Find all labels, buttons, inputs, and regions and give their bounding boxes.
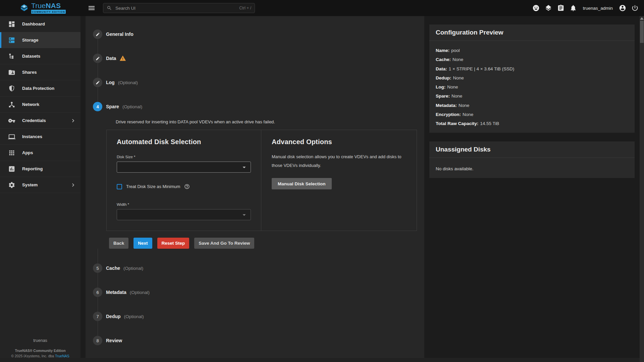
step-number-circle[interactable]: 7: [93, 312, 102, 321]
edition-label: TrueNAS® Community Edition: [0, 349, 80, 353]
step-cache: 5 Cache (Optional): [86, 263, 424, 273]
advanced-options-section: Advanced Options Manual disk selection a…: [261, 130, 417, 231]
sidebar-item-label: Network: [22, 102, 39, 107]
step-dedup: 7 Dedup (Optional): [86, 312, 424, 321]
unassigned-disks-title: Unassigned Disks: [429, 141, 635, 158]
sidebar-item-shares[interactable]: Shares: [0, 64, 80, 80]
width-select[interactable]: [117, 209, 251, 220]
bar-chart-icon: [8, 165, 15, 173]
sidebar-item-label: Storage: [22, 38, 38, 43]
global-search: Ctrl + /: [103, 3, 255, 13]
warning-triangle-icon: [119, 55, 126, 62]
chevron-right-icon: [70, 182, 76, 188]
help-icon[interactable]: [184, 184, 190, 189]
preview-row: Metadata:None: [436, 101, 628, 110]
truenas-cube-icon: [19, 3, 29, 13]
sidebar-item-label: System: [22, 182, 38, 187]
logo-text: TrueNAS: [31, 2, 66, 9]
step-edit-circle[interactable]: [93, 54, 102, 63]
vertical-scrollbar[interactable]: [640, 16, 644, 362]
step-number-circle[interactable]: 4: [93, 102, 102, 111]
jobs-clipboard-icon[interactable]: [557, 4, 565, 12]
sidebar-item-apps[interactable]: Apps: [0, 145, 80, 161]
step-review: 8 Review: [86, 336, 424, 345]
step-label: General Info: [106, 32, 133, 37]
manual-disk-selection-button[interactable]: Manual Disk Selection: [272, 178, 332, 189]
power-icon[interactable]: [631, 4, 639, 12]
step-number-circle[interactable]: 8: [93, 336, 102, 345]
sidebar-nav: Dashboard Storage Datasets Shares Data P…: [0, 16, 80, 362]
network-hub-icon: [8, 101, 15, 108]
unassigned-disks-body: No disks available.: [429, 158, 635, 176]
sidebar-item-dashboard[interactable]: Dashboard: [0, 16, 80, 32]
sidebar-item-label: Dashboard: [22, 21, 45, 26]
step-optional-label: (Optional): [118, 80, 138, 85]
step-edit-circle[interactable]: [93, 78, 102, 87]
account-circle-icon[interactable]: [619, 4, 626, 12]
step-number-circle[interactable]: 5: [93, 263, 102, 273]
sidebar-item-label: Data Protection: [22, 86, 54, 91]
disk-size-select[interactable]: [117, 162, 251, 173]
sidebar-item-reporting[interactable]: Reporting: [0, 161, 80, 177]
scrollbar-thumb[interactable]: [640, 21, 644, 43]
truenas-logo[interactable]: TrueNAS COMMUNITY EDITION: [19, 2, 66, 14]
configuration-preview-card: Configuration Preview Name:pool Cache:No…: [429, 24, 635, 133]
sidebar-item-network[interactable]: Network: [0, 97, 80, 113]
preview-row: Encryption:None: [436, 110, 628, 119]
sidebar-item-storage[interactable]: Storage: [0, 32, 80, 48]
width-label: Width *: [117, 202, 251, 206]
sidebar-item-credentials[interactable]: Credentials: [0, 113, 80, 129]
step-general-info: General Info: [86, 29, 424, 39]
header-actions: truenas_admin: [532, 0, 639, 16]
preview-row: Data:1 × STRIPE | 4 × 3.64 TiB (SSD): [436, 64, 628, 73]
shield-icon: [8, 85, 15, 92]
chevron-down-icon: [240, 211, 248, 219]
preview-row: Dedup:None: [436, 73, 628, 82]
sidebar-item-instances[interactable]: Instances: [0, 129, 80, 145]
sidebar-item-data-protection[interactable]: Data Protection: [0, 80, 80, 97]
section-title: Automated Disk Selection: [117, 138, 251, 146]
next-button[interactable]: Next: [133, 238, 152, 249]
save-and-review-button[interactable]: Save And Go To Review: [194, 238, 254, 249]
menu-icon[interactable]: [88, 4, 96, 12]
step-optional-label: (Optional): [124, 314, 144, 319]
step-label: Review: [106, 338, 122, 343]
treat-min-checkbox[interactable]: [117, 184, 122, 189]
pencil-icon: [96, 32, 100, 37]
datasets-tree-icon: [8, 53, 15, 60]
step-actions: Back Next Reset Step Save And Go To Revi…: [109, 238, 424, 249]
chevron-down-icon: [240, 164, 248, 171]
preview-row: Total Raw Capacity:14.55 TiB: [436, 119, 628, 128]
dashboard-icon: [8, 20, 15, 28]
notifications-bell-icon[interactable]: [570, 4, 577, 12]
sidebar-item-datasets[interactable]: Datasets: [0, 48, 80, 64]
search-shortcut-hint: Ctrl + /: [239, 6, 251, 10]
sidebar-item-label: Apps: [22, 150, 33, 155]
step-label: Spare: [106, 104, 119, 109]
sidebar-item-label: Datasets: [22, 54, 40, 59]
step-label: Dedup: [106, 314, 121, 319]
storage-icon: [8, 37, 15, 44]
username-label: truenas_admin: [583, 6, 613, 11]
scroll-up-arrow-icon[interactable]: [640, 17, 644, 20]
search-input[interactable]: [115, 5, 239, 11]
step-metadata: 6 Metadata (Optional): [86, 288, 424, 297]
truenas-stack-icon[interactable]: [545, 4, 552, 12]
reset-step-button[interactable]: Reset Step: [157, 238, 190, 249]
sidebar-item-system[interactable]: System: [0, 177, 80, 193]
horizontal-scrollbar[interactable]: [0, 358, 640, 362]
step-data: Data: [86, 54, 424, 63]
sidebar-item-label: Reporting: [22, 166, 43, 171]
step-number-circle[interactable]: 6: [93, 288, 102, 297]
wizard-stepper: General Info Data Log (Optional) 4 Spare…: [86, 16, 424, 345]
step-edit-circle[interactable]: [93, 29, 102, 39]
preview-row: Log:None: [436, 82, 628, 92]
apps-grid-icon: [8, 149, 15, 157]
unassigned-disks-card: Unassigned Disks No disks available.: [429, 141, 635, 178]
pool-wizard-panel: General Info Data Log (Optional) 4 Spare…: [86, 16, 424, 358]
sidebar-item-label: Credentials: [22, 118, 46, 123]
back-button[interactable]: Back: [109, 238, 128, 249]
sidebar-item-label: Instances: [22, 134, 42, 139]
truenas-link[interactable]: TrueNAS: [55, 354, 69, 358]
smiley-status-icon[interactable]: [532, 4, 540, 12]
